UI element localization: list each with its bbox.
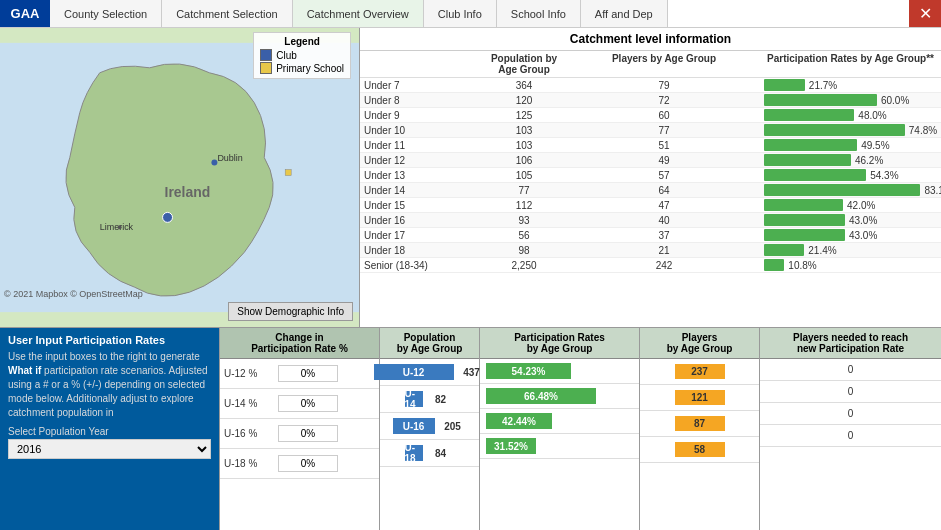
pop-value: 364 bbox=[484, 80, 564, 91]
pop-value: 103 bbox=[484, 125, 564, 136]
rate-label: 54.3% bbox=[870, 170, 906, 181]
players-value: 77 bbox=[564, 125, 764, 136]
change-inputs-header: Change inParticipation Rate % bbox=[220, 328, 379, 359]
catchment-row: Under 14 77 64 83.1% bbox=[360, 183, 941, 198]
close-button[interactable]: ✕ bbox=[909, 0, 941, 27]
pop-bar: U-16 bbox=[393, 418, 435, 434]
pop-value: 120 bbox=[484, 95, 564, 106]
catchment-title: Catchment level information bbox=[360, 28, 941, 51]
tab-county-selection[interactable]: County Selection bbox=[50, 0, 162, 27]
tab-school-info[interactable]: School Info bbox=[497, 0, 581, 27]
needed-row: 0 bbox=[760, 403, 941, 425]
map-legend: Legend Club Primary School bbox=[253, 32, 351, 79]
part-row: 54.23% bbox=[480, 359, 639, 384]
rate-label: 21.4% bbox=[808, 245, 844, 256]
year-select-label: Select Population Year bbox=[8, 426, 211, 437]
rate-bar bbox=[764, 94, 877, 106]
players-col: Playersby Age Group 2371218758 bbox=[640, 328, 760, 530]
part-row: 31.52% bbox=[480, 434, 639, 459]
players-value: 37 bbox=[564, 230, 764, 241]
pop-value: 2,250 bbox=[484, 260, 564, 271]
rate-bar-cell: 49.5% bbox=[764, 139, 937, 151]
players-value: 60 bbox=[564, 110, 764, 121]
pop-value: 77 bbox=[484, 185, 564, 196]
age-label: Under 8 bbox=[364, 95, 484, 106]
catchment-row: Under 17 56 37 43.0% bbox=[360, 228, 941, 243]
pop-bar: U-14 bbox=[405, 391, 423, 407]
rate-bar-cell: 60.0% bbox=[764, 94, 937, 106]
tab-catchment-overview[interactable]: Catchment Overview bbox=[293, 0, 424, 27]
rate-bar-cell: 21.7% bbox=[764, 79, 937, 91]
rate-bar-cell: 48.0% bbox=[764, 109, 937, 121]
tab-club-info[interactable]: Club Info bbox=[424, 0, 497, 27]
input-row-label: U-18 % bbox=[224, 458, 274, 469]
rate-label: 48.0% bbox=[858, 110, 894, 121]
desc-text1: Use the input boxes to the right to gene… bbox=[8, 351, 200, 362]
players-box: 87 bbox=[675, 416, 725, 431]
rate-bar bbox=[764, 199, 843, 211]
col-population-header: Population by Age Group bbox=[484, 53, 564, 75]
tab-aff-dep[interactable]: Aff and Dep bbox=[581, 0, 668, 27]
part-bar: 54.23% bbox=[486, 363, 571, 379]
svg-text:Ireland: Ireland bbox=[165, 184, 211, 200]
catchment-data-panel: Catchment level information Population b… bbox=[360, 28, 941, 327]
input-panel-title: User Input Participation Rates bbox=[8, 334, 211, 346]
needed-value: 0 bbox=[848, 386, 854, 397]
col-rates-header: Participation Rates by Age Group** bbox=[764, 53, 937, 75]
pop-row: U-18 84 bbox=[380, 440, 479, 467]
catchment-row: Under 8 120 72 60.0% bbox=[360, 93, 941, 108]
svg-rect-7 bbox=[285, 170, 291, 176]
part-row: 66.48% bbox=[480, 384, 639, 409]
rate-bar-cell: 74.8% bbox=[764, 124, 941, 136]
age-label: Under 12 bbox=[364, 155, 484, 166]
part-bar: 66.48% bbox=[486, 388, 596, 404]
pop-bar-label: U-14 bbox=[405, 388, 423, 410]
bottom-section: User Input Participation Rates Use the i… bbox=[0, 328, 941, 530]
needed-value: 0 bbox=[848, 364, 854, 375]
rate-label: 83.1% bbox=[924, 185, 941, 196]
show-demographic-button[interactable]: Show Demographic Info bbox=[228, 302, 353, 321]
input-panel: User Input Participation Rates Use the i… bbox=[0, 328, 220, 530]
age-label: Under 7 bbox=[364, 80, 484, 91]
catchment-row: Under 11 103 51 49.5% bbox=[360, 138, 941, 153]
rate-label: 60.0% bbox=[881, 95, 917, 106]
players-col-header: Playersby Age Group bbox=[640, 328, 759, 359]
header-nav: GAA County Selection Catchment Selection… bbox=[0, 0, 941, 28]
players-box: 58 bbox=[675, 442, 725, 457]
tab-catchment-selection[interactable]: Catchment Selection bbox=[162, 0, 293, 27]
players-value: 21 bbox=[564, 245, 764, 256]
rate-bar bbox=[764, 259, 784, 271]
players-box: 121 bbox=[675, 390, 725, 405]
catchment-row: Under 13 105 57 54.3% bbox=[360, 168, 941, 183]
age-label: Under 13 bbox=[364, 170, 484, 181]
rate-bar-cell: 46.2% bbox=[764, 154, 937, 166]
participation-input[interactable] bbox=[278, 425, 338, 442]
legend-color-club bbox=[260, 49, 272, 61]
catchment-row: Senior (18-34) 2,250 242 10.8% bbox=[360, 258, 941, 273]
participation-input[interactable] bbox=[278, 395, 338, 412]
top-section: Legend Club Primary School Ireland bbox=[0, 28, 941, 328]
participation-input[interactable] bbox=[278, 455, 338, 472]
input-row-label: U-16 % bbox=[224, 428, 274, 439]
catchment-row: Under 7 364 79 21.7% bbox=[360, 78, 941, 93]
pop-col-header: Populationby Age Group bbox=[380, 328, 479, 359]
input-row-label: U-12 % bbox=[224, 368, 274, 379]
pop-bar: U-18 bbox=[405, 445, 423, 461]
participation-input[interactable] bbox=[278, 365, 338, 382]
age-label: Under 10 bbox=[364, 125, 484, 136]
pop-bar-label: U-16 bbox=[403, 421, 425, 432]
players-value: 47 bbox=[564, 200, 764, 211]
pop-bar-label: U-12 bbox=[403, 367, 425, 378]
part-bar-value: 42.44% bbox=[502, 416, 536, 427]
rate-bar bbox=[764, 109, 854, 121]
change-input-row: U-18 % bbox=[220, 449, 379, 479]
desc-bold: What if bbox=[8, 365, 41, 376]
legend-label-club: Club bbox=[276, 50, 297, 61]
year-select[interactable]: 2016 bbox=[8, 439, 211, 459]
map-panel: Legend Club Primary School Ireland bbox=[0, 28, 360, 327]
legend-color-school bbox=[260, 62, 272, 74]
part-bar-value: 31.52% bbox=[494, 441, 528, 452]
needed-col: Players needed to reachnew Participation… bbox=[760, 328, 941, 530]
players-value: 64 bbox=[564, 185, 764, 196]
rate-label: 21.7% bbox=[809, 80, 845, 91]
